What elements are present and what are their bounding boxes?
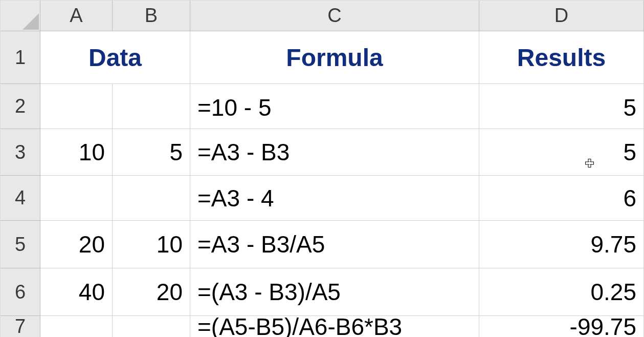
cell-value: 9.75 (590, 230, 636, 258)
cell-C6[interactable]: =(A3 - B3)/A5 (190, 268, 479, 316)
cell-C4[interactable]: =A3 - 4 (190, 176, 479, 221)
cell-C1[interactable]: Formula (190, 31, 479, 84)
cell-value: -99.75 (570, 313, 636, 338)
column-header-B[interactable]: B (113, 1, 190, 31)
cell-value: 0.25 (590, 278, 636, 306)
cell-D3[interactable]: 5 (479, 129, 644, 176)
cell-value: 5 (623, 94, 636, 121)
cell-value: 40 (79, 278, 105, 306)
row-header-label: 1 (15, 47, 26, 69)
cell-D2[interactable]: 5 (479, 84, 644, 129)
cell-C5[interactable]: =A3 - B3/A5 (190, 221, 479, 268)
column-header-label: B (145, 5, 158, 27)
cell-value: =(A5-B5)/A6-B6*B3 (197, 313, 402, 338)
row-header-7[interactable]: 7 (1, 316, 40, 337)
cell-value: 5 (623, 138, 636, 166)
header-results-label: Results (517, 44, 606, 72)
row-header-label: 5 (15, 234, 26, 256)
cell-A1-B1-merged[interactable]: Data (40, 31, 190, 84)
header-data-label: Data (88, 44, 142, 72)
cell-value: =10 - 5 (197, 94, 272, 121)
row-header-2[interactable]: 2 (1, 84, 40, 129)
row-header-label: 2 (15, 95, 26, 117)
cell-D6[interactable]: 0.25 (479, 268, 644, 316)
header-formula-label: Formula (286, 44, 383, 72)
cell-value: 5 (169, 138, 183, 166)
row-header-5[interactable]: 5 (1, 221, 40, 268)
cell-A3[interactable]: 10 (40, 129, 113, 176)
row-header-1[interactable]: 1 (1, 31, 40, 84)
cell-value: 6 (623, 184, 636, 212)
row-header-4[interactable]: 4 (1, 176, 40, 221)
cell-D5[interactable]: 9.75 (479, 221, 644, 268)
cell-A2[interactable] (40, 84, 113, 129)
spreadsheet-grid: A B C D 1 Data Formula Results 2 =10 - 5… (0, 0, 644, 337)
cell-value: =A3 - 4 (197, 184, 274, 212)
column-header-C[interactable]: C (190, 1, 479, 31)
cell-B5[interactable]: 10 (113, 221, 190, 268)
row-header-label: 7 (15, 315, 26, 337)
cell-value: 20 (79, 230, 105, 258)
row-header-3[interactable]: 3 (1, 129, 40, 176)
row-header-label: 6 (15, 281, 26, 303)
column-header-label: C (327, 5, 341, 27)
select-all-corner[interactable] (1, 1, 40, 31)
cell-value: 10 (157, 230, 183, 258)
cell-value: =A3 - B3/A5 (197, 230, 325, 258)
column-header-D[interactable]: D (479, 1, 644, 31)
cell-value: =A3 - B3 (197, 138, 290, 166)
cell-B2[interactable] (113, 84, 190, 129)
column-header-label: A (70, 5, 82, 27)
column-header-label: D (554, 5, 568, 27)
cell-C7[interactable]: =(A5-B5)/A6-B6*B3 (190, 316, 479, 337)
cell-A6[interactable]: 40 (40, 268, 113, 316)
cell-B7[interactable] (113, 316, 190, 337)
cell-D4[interactable]: 6 (479, 176, 644, 221)
cell-B6[interactable]: 20 (113, 268, 190, 316)
cell-D7[interactable]: -99.75 (479, 316, 644, 337)
cell-A7[interactable] (40, 316, 113, 337)
row-header-label: 4 (15, 187, 26, 209)
select-all-triangle-icon (20, 11, 39, 30)
cell-D1[interactable]: Results (479, 31, 644, 84)
column-header-A[interactable]: A (40, 1, 113, 31)
svg-marker-0 (23, 13, 39, 30)
cell-value: =(A3 - B3)/A5 (197, 278, 341, 306)
cell-value: 20 (157, 278, 183, 306)
cell-B4[interactable] (113, 176, 190, 221)
cell-A4[interactable] (40, 176, 113, 221)
row-header-label: 3 (15, 141, 26, 163)
cell-A5[interactable]: 20 (40, 221, 113, 268)
cell-B3[interactable]: 5 (113, 129, 190, 176)
cell-C2[interactable]: =10 - 5 (190, 84, 479, 129)
cell-C3[interactable]: =A3 - B3 (190, 129, 479, 176)
row-header-6[interactable]: 6 (1, 268, 40, 316)
cell-value: 10 (79, 138, 105, 166)
